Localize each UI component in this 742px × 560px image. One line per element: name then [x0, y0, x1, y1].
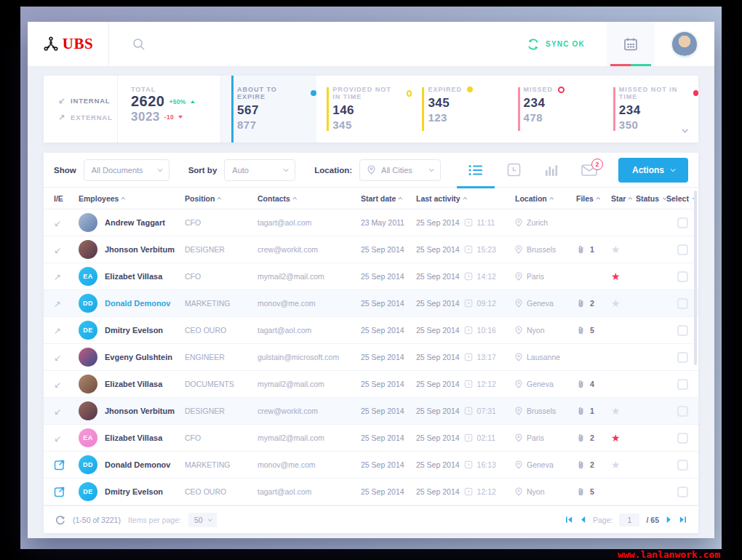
row-checkbox[interactable] — [677, 298, 688, 309]
contact-email[interactable]: tagart@aol.com — [258, 218, 361, 227]
location-select[interactable]: All Cities — [359, 159, 441, 181]
column-header-location[interactable]: Location — [515, 194, 576, 203]
employee-name[interactable]: Elizabet Villasa — [105, 433, 162, 442]
calendar-button[interactable] — [607, 22, 655, 66]
stat-card[interactable]: PROVIDED NOT IN TIME 146 345 — [316, 76, 412, 143]
table-row[interactable]: ↙ EA Elizabet Villasa CFO mymail2@mail.c… — [44, 425, 698, 452]
prev-page-button[interactable] — [580, 516, 586, 524]
table-row[interactable]: ↗ EA Elizabet Villasa CFO mymail2@mail.c… — [44, 263, 698, 290]
contact-email[interactable]: crew@workit.com — [258, 407, 361, 415]
internal-legend[interactable]: ↙ INTERNAL — [58, 96, 117, 105]
contact-email[interactable]: mymail2@mail.com — [258, 272, 361, 281]
contact-email[interactable]: mymail2@mail.com — [258, 433, 361, 442]
list-view-button[interactable] — [457, 153, 495, 188]
scrollbar[interactable] — [694, 191, 697, 365]
position: CEO OURO — [185, 487, 258, 496]
star-icon[interactable]: ★ — [611, 244, 621, 255]
show-select[interactable]: All Documents — [84, 159, 169, 181]
employee-name[interactable]: Andrew Taggart — [105, 218, 165, 227]
items-per-page-select[interactable]: 50 — [188, 513, 217, 527]
employee-avatar — [79, 375, 97, 393]
table-row[interactable]: ↗ DD Donald Demonov MARKETING monov@me.c… — [44, 290, 698, 317]
row-checkbox[interactable] — [677, 352, 688, 363]
last-activity-time: 09:12 — [477, 299, 496, 308]
actions-button[interactable]: Actions — [618, 158, 688, 183]
table-row[interactable]: DE Dmitry Evelson CEO OURO tagart@aol.co… — [44, 479, 698, 505]
table-row[interactable]: ↗ DE Dmitry Evelson CEO OURO tagart@aol.… — [44, 317, 698, 344]
app-header: UBS SYNC OK — [28, 22, 714, 67]
filter-toolbar: Show All Documents Sort by Auto Location… — [44, 153, 698, 188]
employee-name[interactable]: Donald Demonov — [105, 299, 170, 308]
chart-view-button[interactable] — [532, 153, 570, 188]
table-row[interactable]: DD Donald Demonov MARKETING monov@me.com… — [44, 452, 698, 479]
table-row[interactable]: ↙ Jhonson Verbitum DESIGNER crew@workit.… — [44, 236, 698, 263]
star-icon[interactable]: ★ — [611, 405, 621, 417]
row-checkbox[interactable] — [677, 271, 688, 282]
star-icon[interactable]: ★ — [611, 459, 621, 471]
row-checkbox[interactable] — [677, 487, 688, 497]
files-count: 1 — [590, 245, 594, 254]
page-input[interactable] — [619, 513, 639, 527]
table-row[interactable]: ↙ Elizabet Villasa DOCUMENTS mymail2@mai… — [44, 371, 698, 398]
contact-email[interactable]: gulstain@microsoft.com — [258, 353, 361, 361]
table-row[interactable]: ↙ Jhonson Verbitum DESIGNER crew@workit.… — [44, 398, 698, 425]
column-header-star[interactable]: Star — [611, 194, 636, 203]
column-header-employees[interactable]: Employees — [79, 194, 185, 203]
first-page-button[interactable] — [565, 516, 573, 524]
employee-name[interactable]: Elizabet Villasa — [105, 380, 162, 388]
star-icon[interactable]: ★ — [611, 271, 621, 282]
user-avatar[interactable] — [671, 31, 698, 58]
employee-name[interactable]: Evgeny Gulshtein — [105, 353, 172, 361]
column-header-start-date[interactable]: Start date — [361, 194, 416, 203]
row-checkbox[interactable] — [677, 325, 688, 336]
contact-email[interactable]: tagart@aol.com — [258, 487, 361, 496]
column-header-position[interactable]: Position — [185, 194, 258, 203]
employee-name[interactable]: Dmitry Evelson — [105, 326, 163, 335]
external-legend[interactable]: ↗ EXTERNAL — [58, 113, 117, 122]
start-date: 25 Sep 2014 — [361, 299, 416, 308]
refresh-icon[interactable] — [55, 515, 65, 525]
search-icon[interactable] — [132, 38, 145, 51]
sort-select[interactable]: Auto — [224, 159, 295, 181]
row-checkbox[interactable] — [677, 244, 688, 255]
mail-button[interactable]: 2 — [570, 153, 608, 188]
column-header-status[interactable]: Status — [636, 194, 666, 203]
column-header-contacts[interactable]: Contacts — [258, 194, 361, 203]
employee-name[interactable]: Jhonson Verbitum — [105, 245, 175, 254]
row-checkbox[interactable] — [677, 379, 688, 390]
stats-expand-chevron-icon[interactable] — [682, 122, 687, 135]
contact-email[interactable]: monov@me.com — [258, 299, 361, 308]
stat-card[interactable]: ABOUT TO EXPIRE 567 877 — [221, 76, 316, 143]
location-name: Nyon — [527, 487, 545, 496]
last-page-button[interactable] — [679, 516, 687, 524]
column-header-select[interactable]: Select — [666, 194, 695, 203]
employee-name[interactable]: Donald Demonov — [105, 460, 170, 469]
schedule-view-button[interactable] — [495, 153, 532, 188]
table-row[interactable]: ↙ Evgeny Gulshtein ENGINEER gulstain@mic… — [44, 344, 698, 371]
employee-name[interactable]: Dmitry Evelson — [105, 487, 163, 496]
column-header-files[interactable]: Files — [576, 194, 611, 203]
schedule-view-icon — [507, 163, 521, 177]
employee-name[interactable]: Elizabet Villasa — [105, 272, 162, 281]
row-checkbox[interactable] — [677, 406, 688, 417]
mail-badge: 2 — [591, 159, 603, 170]
row-checkbox[interactable] — [677, 433, 688, 444]
table-row[interactable]: ↙ Andrew Taggart CFO tagart@aol.com 23 M… — [44, 209, 698, 236]
employee-name[interactable]: Jhonson Verbitum — [105, 407, 175, 415]
stat-card[interactable]: EXPIRED 345 123 — [412, 76, 507, 143]
next-page-button[interactable] — [666, 516, 672, 524]
contact-email[interactable]: tagart@aol.com — [258, 326, 361, 335]
stat-card[interactable]: MISSED 234 478 — [508, 76, 603, 143]
contact-email[interactable]: mymail2@mail.com — [258, 380, 361, 388]
sync-status[interactable]: SYNC OK — [527, 38, 585, 51]
column-header-last-activity[interactable]: Last activity — [416, 194, 515, 203]
row-checkbox[interactable] — [677, 217, 688, 228]
star-icon[interactable]: ★ — [611, 297, 621, 309]
row-checkbox[interactable] — [677, 460, 688, 471]
contact-email[interactable]: crew@workit.com — [258, 245, 361, 254]
star-icon[interactable]: ★ — [611, 432, 621, 444]
ubs-logo[interactable]: UBS — [28, 22, 109, 66]
total-block: TOTAL 2620 +50% 3023 -10 — [118, 76, 221, 143]
stat-internal-value: 234 — [524, 96, 603, 111]
contact-email[interactable]: monov@me.com — [258, 460, 361, 469]
